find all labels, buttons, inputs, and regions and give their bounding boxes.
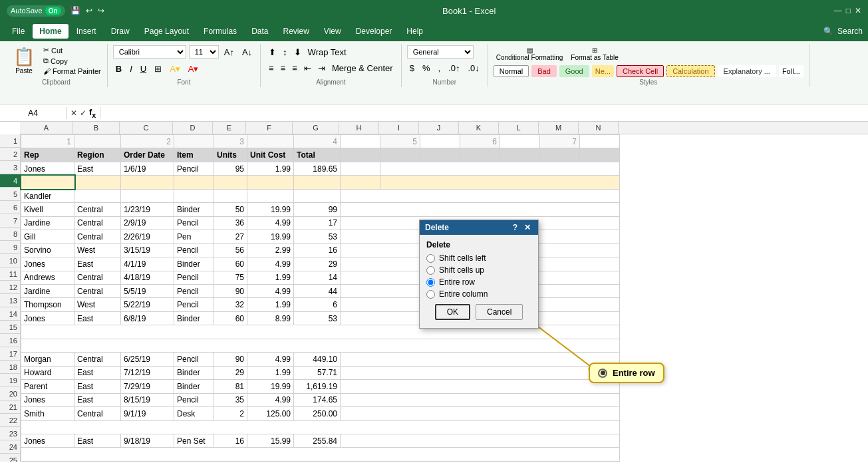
cell-g12[interactable]: 44 <box>294 284 341 297</box>
row-header-4[interactable]: 4 <box>0 174 20 188</box>
style-bad[interactable]: Bad <box>531 65 557 77</box>
cell-m1[interactable]: 7 <box>540 135 580 148</box>
cell-d21[interactable]: Desk <box>174 407 214 420</box>
cell-f5[interactable] <box>247 189 294 202</box>
col-header-i[interactable]: I <box>379 122 419 134</box>
col-header-b[interactable]: B <box>73 122 120 134</box>
row-header-24[interactable]: 24 <box>0 440 20 454</box>
number-format-selector[interactable]: General <box>407 45 474 59</box>
cell-a6[interactable]: Kivell <box>21 203 74 216</box>
cell-b19[interactable]: East <box>74 380 121 393</box>
formula-input[interactable] <box>100 107 868 119</box>
cell-g9[interactable]: 16 <box>294 243 341 257</box>
row-header-7[interactable]: 7 <box>0 214 20 228</box>
cell-f14[interactable]: 8.99 <box>247 311 294 325</box>
cell-e14[interactable]: 60 <box>214 311 247 325</box>
cell-a1[interactable]: 1 <box>21 135 74 148</box>
cell-f1[interactable] <box>247 135 294 148</box>
cell-d6[interactable]: Binder <box>174 203 214 216</box>
radio-entire-col[interactable] <box>426 290 435 299</box>
comma-button[interactable]: , <box>435 62 443 75</box>
undo-icon[interactable]: ↩ <box>86 6 92 15</box>
cell-c5[interactable] <box>121 189 174 202</box>
cell-c2[interactable]: Order Date <box>121 148 174 162</box>
cell-i1[interactable]: 5 <box>380 135 420 148</box>
cut-button[interactable]: ✂ Cut <box>41 45 103 55</box>
cell-b7[interactable]: Central <box>74 216 121 230</box>
cell-m2[interactable] <box>540 148 580 162</box>
cell-d8[interactable]: Pen <box>174 230 214 243</box>
col-header-l[interactable]: L <box>499 122 539 134</box>
italic-button[interactable]: I <box>127 63 135 75</box>
menu-file[interactable]: File <box>5 24 31 39</box>
cell-k1[interactable]: 6 <box>460 135 500 148</box>
cell-g17[interactable]: 449.10 <box>294 353 341 366</box>
cell-f8[interactable]: 19.99 <box>247 230 294 243</box>
dialog-help-icon[interactable]: ? <box>511 223 519 232</box>
row-header-19[interactable]: 19 <box>0 374 20 387</box>
cell-k2[interactable] <box>460 148 500 162</box>
row-header-11[interactable]: 11 <box>0 267 20 281</box>
cell-g1[interactable]: 4 <box>294 135 341 148</box>
row-header-23[interactable]: 23 <box>0 427 20 440</box>
cell-e21[interactable]: 2 <box>214 407 247 420</box>
cell-g11[interactable]: 14 <box>294 271 341 284</box>
cell-b11[interactable]: Central <box>74 271 121 284</box>
underline-button[interactable]: U <box>138 63 149 75</box>
conditional-formatting-button[interactable]: ▤ Conditional Formatting <box>494 45 566 63</box>
font-shrink-button[interactable]: A↓ <box>239 46 255 59</box>
cell-a18[interactable]: Howard <box>21 366 74 379</box>
style-good[interactable]: Good <box>559 65 589 77</box>
cell-h3[interactable] <box>341 162 380 175</box>
cell-g23[interactable]: 255.84 <box>294 434 341 447</box>
cell-c18[interactable]: 7/12/19 <box>121 366 174 379</box>
cell-g2[interactable]: Total <box>294 148 341 162</box>
dialog-option-shift-up[interactable]: Shift cells up <box>426 265 531 275</box>
cell-i3[interactable] <box>380 162 620 175</box>
border-button[interactable]: ⊞ <box>152 63 164 75</box>
cell-16[interactable] <box>21 339 620 352</box>
cell-c10[interactable]: 4/1/19 <box>121 257 174 271</box>
name-box[interactable]: A4 <box>0 107 67 119</box>
dialog-option-entire-col[interactable]: Entire column <box>426 289 531 299</box>
indent-increase-button[interactable]: ⇥ <box>315 62 328 75</box>
cell-f9[interactable]: 2.99 <box>247 243 294 257</box>
cell-a9[interactable]: Sorvino <box>21 243 74 257</box>
confirm-formula-icon[interactable]: ✓ <box>80 108 86 118</box>
cell-e18[interactable]: 29 <box>214 366 247 379</box>
cell-d5[interactable] <box>174 189 214 202</box>
menu-help[interactable]: Help <box>400 24 430 39</box>
cell-h21[interactable] <box>341 407 620 420</box>
cell-f3[interactable]: 1.99 <box>247 162 294 175</box>
row-header-1[interactable]: 1 <box>0 134 20 148</box>
cell-c19[interactable]: 7/29/19 <box>121 380 174 393</box>
align-middle-button[interactable]: ↕ <box>280 46 290 59</box>
radio-shift-up[interactable] <box>426 266 435 275</box>
cell-b2[interactable]: Region <box>74 148 121 162</box>
cell-n2[interactable] <box>580 148 620 162</box>
cell-b10[interactable]: East <box>74 257 121 271</box>
style-normal[interactable]: Normal <box>494 65 529 77</box>
cell-d14[interactable]: Binder <box>174 311 214 325</box>
cell-f17[interactable]: 4.99 <box>247 353 294 366</box>
dialog-option-shift-left[interactable]: Shift cells left <box>426 253 531 263</box>
decimal-increase-button[interactable]: .0↑ <box>446 62 462 75</box>
cell-b23[interactable]: East <box>74 434 121 447</box>
col-header-e[interactable]: E <box>213 122 246 134</box>
row-header-20[interactable]: 20 <box>0 387 20 400</box>
cell-b21[interactable]: Central <box>74 407 121 420</box>
menu-page-layout[interactable]: Page Layout <box>138 24 196 39</box>
radio-shift-left[interactable] <box>426 254 435 263</box>
cell-e12[interactable]: 90 <box>214 284 247 297</box>
cell-c7[interactable]: 2/9/19 <box>121 216 174 230</box>
cell-j1[interactable] <box>420 135 460 148</box>
row-header-3[interactable]: 3 <box>0 161 20 174</box>
cell-a13[interactable]: Thompson <box>21 298 74 311</box>
cell-h6[interactable] <box>341 203 620 216</box>
cell-f12[interactable]: 4.99 <box>247 284 294 297</box>
cell-a19[interactable]: Parent <box>21 380 74 393</box>
cell-d20[interactable]: Pencil <box>174 393 214 406</box>
font-color-button[interactable]: A▾ <box>186 63 202 75</box>
close-btn[interactable]: ✕ <box>855 6 861 15</box>
cell-h17[interactable] <box>341 353 620 366</box>
